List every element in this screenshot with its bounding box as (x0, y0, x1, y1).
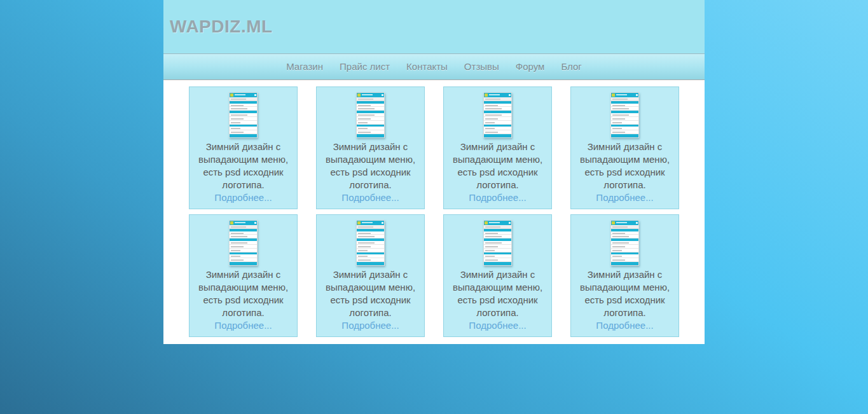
thumb-footer-bar (484, 134, 511, 137)
thumb-header-bar (484, 221, 511, 225)
nav-list: Магазин Прайс лист Контакты Отзывы Форум… (278, 54, 590, 79)
product-card: Зимний дизайн с выпадающим меню, есть ps… (189, 214, 298, 337)
thumb-footer-bar (230, 262, 257, 265)
thumb-menu-icon (509, 94, 511, 96)
nav-item: Форум (507, 54, 553, 79)
nav-item: Контакты (398, 54, 456, 79)
product-card: Зимний дизайн с выпадающим меню, есть ps… (316, 214, 425, 337)
product-description: Зимний дизайн с выпадающим меню, есть ps… (444, 268, 551, 319)
product-details-link[interactable]: Подробнее... (469, 191, 526, 204)
thumb-menu-row (357, 258, 384, 262)
design-thumbnail[interactable] (610, 92, 639, 138)
design-thumbnail[interactable] (610, 220, 639, 266)
product-description: Зимний дизайн с выпадающим меню, есть ps… (317, 141, 424, 191)
product-details-link[interactable]: Подробнее... (214, 319, 272, 332)
design-thumbnail[interactable] (229, 92, 258, 138)
thumb-logo-badge (357, 221, 361, 224)
thumb-footer-bar (357, 262, 384, 265)
thumb-menu-row (611, 258, 638, 262)
product-details-link[interactable]: Подробнее... (341, 319, 399, 332)
thumb-menu-row (484, 130, 511, 134)
product-details-link[interactable]: Подробнее... (469, 319, 526, 332)
thumb-menu-row (484, 258, 511, 262)
thumb-menu-row (357, 235, 384, 238)
thumb-title-line (489, 222, 500, 223)
design-thumbnail[interactable] (356, 220, 385, 266)
thumb-menu-row (230, 107, 257, 111)
product-details-link[interactable]: Подробнее... (341, 191, 399, 204)
thumb-menu-row (357, 107, 384, 111)
nav-item: Прайс лист (331, 54, 398, 79)
design-thumbnail[interactable] (483, 220, 512, 266)
nav-link[interactable]: Блог (553, 54, 589, 79)
nav-link[interactable]: Контакты (398, 54, 456, 79)
product-card: Зимний дизайн с выпадающим меню, есть ps… (316, 86, 425, 209)
thumb-logo-badge (230, 93, 233, 97)
thumb-menu-icon (509, 222, 511, 224)
design-thumbnail[interactable] (229, 220, 258, 266)
nav-item: Отзывы (456, 54, 507, 79)
page-background: { "site": { "logo": "WAPDIZ.ML" }, "nav"… (0, 0, 868, 414)
thumb-menu-row (611, 130, 638, 134)
nav-link[interactable]: Отзывы (456, 54, 507, 79)
product-description: Зимний дизайн с выпадающим меню, есть ps… (317, 268, 424, 319)
product-card: Зимний дизайн с выпадающим меню, есть ps… (570, 86, 679, 209)
nav-link[interactable]: Форум (507, 54, 553, 79)
thumb-header-bar (357, 93, 384, 97)
thumb-menu-row (611, 121, 638, 125)
nav-item: Магазин (278, 54, 331, 79)
thumb-menu-icon (382, 94, 383, 96)
design-thumbnail[interactable] (483, 92, 512, 138)
thumb-title-line (362, 222, 373, 223)
product-description: Зимний дизайн с выпадающим меню, есть ps… (571, 268, 679, 319)
nav-link[interactable]: Прайс лист (331, 54, 398, 79)
product-details-link[interactable]: Подробнее... (596, 191, 653, 204)
thumb-menu-row (484, 249, 511, 252)
nav-link[interactable]: Магазин (278, 54, 331, 79)
thumb-footer-bar (357, 134, 384, 137)
thumb-logo-badge (357, 93, 361, 97)
thumb-menu-icon (254, 94, 256, 96)
thumb-menu-icon (254, 222, 256, 224)
product-grid: Зимний дизайн с выпадающим меню, есть ps… (189, 86, 679, 337)
product-card: Зимний дизайн с выпадающим меню, есть ps… (570, 214, 679, 337)
thumb-header-bar (611, 221, 638, 225)
thumb-menu-icon (636, 222, 638, 224)
thumb-footer-bar (230, 134, 257, 137)
thumb-menu-row (484, 121, 511, 125)
thumb-header-bar (230, 221, 257, 225)
thumb-menu-row (230, 258, 257, 262)
thumb-breadcrumb-row (611, 225, 638, 229)
thumb-menu-row (230, 121, 257, 125)
design-thumbnail[interactable] (356, 92, 385, 138)
product-details-link[interactable]: Подробнее... (596, 319, 653, 332)
site-wrapper: WAPDIZ.ML Магазин Прайс лист Контакты От… (163, 0, 705, 344)
thumb-menu-row (357, 130, 384, 134)
thumb-menu-row (484, 235, 511, 238)
thumb-menu-row (484, 107, 511, 111)
thumb-breadcrumb-row (484, 225, 511, 229)
nav-item: Блог (553, 54, 589, 79)
thumb-menu-row (230, 235, 257, 238)
thumb-title-line (362, 94, 373, 95)
product-description: Зимний дизайн с выпадающим меню, есть ps… (189, 268, 297, 319)
thumb-header-bar (357, 221, 384, 225)
thumb-logo-badge (612, 221, 615, 224)
main-nav: Магазин Прайс лист Контакты Отзывы Форум… (163, 54, 705, 80)
product-details-link[interactable]: Подробнее... (214, 191, 272, 204)
site-logo[interactable]: WAPDIZ.ML (170, 17, 273, 37)
thumb-menu-icon (382, 222, 383, 224)
thumb-footer-bar (611, 262, 638, 265)
thumb-breadcrumb-row (484, 97, 511, 101)
product-card: Зимний дизайн с выпадающим меню, есть ps… (443, 214, 552, 337)
thumb-menu-row (230, 130, 257, 134)
content-area: Зимний дизайн с выпадающим меню, есть ps… (163, 80, 705, 344)
thumb-menu-row (611, 235, 638, 238)
thumb-breadcrumb-row (230, 225, 257, 229)
thumb-footer-bar (611, 134, 638, 137)
thumb-title-line (235, 222, 245, 223)
thumb-breadcrumb-row (357, 225, 384, 229)
thumb-header-bar (230, 93, 257, 97)
thumb-logo-badge (485, 221, 488, 224)
thumb-logo-badge (612, 93, 615, 97)
